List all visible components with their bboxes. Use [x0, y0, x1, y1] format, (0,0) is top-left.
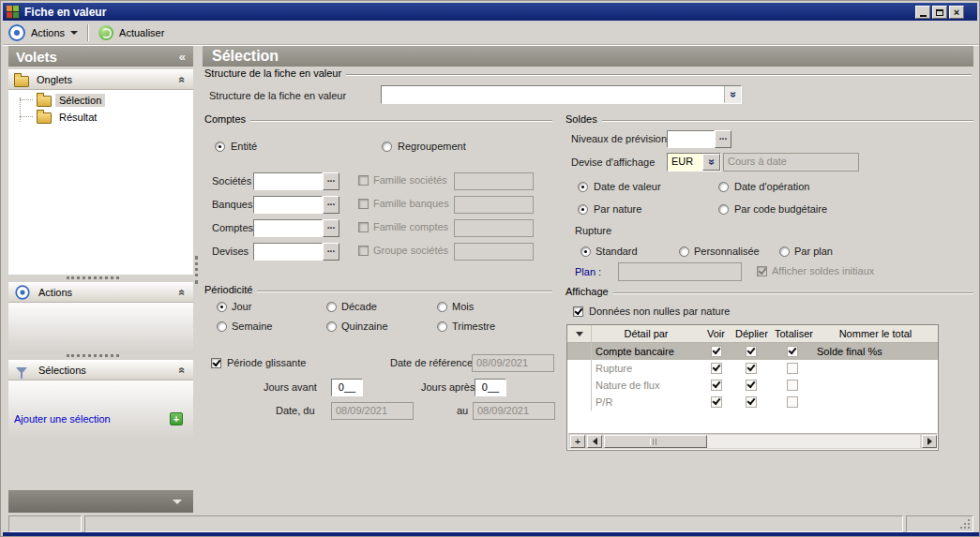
par-code-radio[interactable]: [718, 204, 729, 215]
date-operation-radio[interactable]: [718, 182, 729, 192]
table-row[interactable]: Nature de flux: [567, 377, 938, 394]
check-icon[interactable]: [711, 363, 722, 374]
structure-dropdown-button[interactable]: «: [724, 86, 741, 103]
donnees-non-nulles-checkbox[interactable]: [573, 306, 583, 317]
date-valeur-radio[interactable]: [578, 182, 588, 192]
personnalisee-radio[interactable]: [679, 246, 689, 257]
totaliser-cell[interactable]: [771, 346, 813, 357]
app-icon[interactable]: [7, 6, 20, 19]
voir-cell[interactable]: [701, 380, 731, 391]
row-selector[interactable]: [567, 394, 592, 410]
devise-dropdown-button[interactable]: «: [702, 154, 720, 171]
jour-radio[interactable]: [217, 302, 227, 312]
col-voir[interactable]: Voir: [701, 328, 731, 339]
deplier-cell[interactable]: [731, 363, 771, 374]
check-icon[interactable]: [746, 380, 757, 391]
comptes-browse-button[interactable]: ...: [323, 219, 339, 237]
groupe-societes-checkbox[interactable]: [358, 246, 369, 256]
row-selector-header[interactable]: [567, 325, 592, 342]
sidebar-collapsed-bar[interactable]: [8, 490, 193, 513]
totaliser-cell[interactable]: [771, 380, 813, 391]
add-selection-link[interactable]: Ajouter une sélection: [14, 413, 111, 425]
decade-radio[interactable]: [326, 302, 337, 312]
tree-item-label[interactable]: Résultat: [55, 111, 100, 124]
periode-glissante-checkbox[interactable]: [211, 358, 221, 368]
col-totaliser[interactable]: Totaliser: [771, 328, 813, 339]
jours-avant-input[interactable]: 0__: [331, 379, 363, 396]
famille-societes-checkbox[interactable]: [358, 175, 369, 186]
sidebar-splitter[interactable]: [67, 276, 119, 279]
col-nommer-le-total[interactable]: Nommer le total: [813, 328, 938, 339]
row-selector[interactable]: [567, 343, 592, 360]
table-row[interactable]: P/R: [567, 394, 938, 410]
col-detail-par[interactable]: Détail par: [592, 328, 701, 339]
actions-menu-button[interactable]: Actions: [3, 22, 83, 43]
devises-browse-button[interactable]: ...: [323, 243, 339, 261]
banques-input[interactable]: [253, 196, 323, 214]
standard-radio[interactable]: [580, 246, 591, 257]
sidebar-section-selections[interactable]: Sélections «: [8, 360, 193, 380]
sidebar-splitter[interactable]: [67, 354, 119, 357]
refresh-button[interactable]: Actualiser: [93, 23, 170, 42]
check-icon[interactable]: [746, 363, 757, 374]
tree-item-label[interactable]: Sélection: [55, 94, 105, 107]
maximize-button[interactable]: [932, 6, 947, 19]
total-cell[interactable]: Solde final %s: [813, 346, 938, 357]
title-bar[interactable]: Fiche en valeur ×: [3, 3, 977, 21]
par-plan-radio[interactable]: [779, 246, 790, 257]
niveaux-prevision-input[interactable]: [667, 130, 715, 148]
societes-browse-button[interactable]: ...: [323, 172, 339, 190]
panel-splitter[interactable]: [195, 256, 198, 284]
voir-cell[interactable]: [701, 346, 731, 357]
deplier-cell[interactable]: [731, 396, 771, 408]
sidebar-section-actions[interactable]: Actions «: [8, 282, 193, 303]
tree-item-selection[interactable]: Sélection: [20, 93, 105, 107]
regroupement-radio[interactable]: [382, 142, 392, 152]
comptes-input[interactable]: [253, 219, 323, 237]
semaine-radio[interactable]: [217, 321, 227, 332]
totaliser-cell[interactable]: [771, 363, 813, 374]
scroll-left-button[interactable]: [587, 435, 602, 448]
deplier-cell[interactable]: [731, 380, 771, 391]
societes-input[interactable]: [253, 172, 323, 190]
check-icon[interactable]: [787, 346, 798, 357]
voir-cell[interactable]: [701, 396, 731, 408]
add-row-button[interactable]: +: [570, 435, 585, 448]
banques-browse-button[interactable]: ...: [323, 196, 339, 214]
collapse-up-icon[interactable]: «: [176, 77, 189, 83]
check-icon[interactable]: [711, 396, 722, 408]
col-deplier[interactable]: Déplier: [731, 328, 771, 339]
check-icon[interactable]: [746, 396, 757, 408]
collapse-up-icon[interactable]: «: [176, 290, 189, 296]
voir-cell[interactable]: [701, 363, 731, 374]
famille-comptes-checkbox[interactable]: [358, 222, 369, 232]
quinzaine-radio[interactable]: [326, 321, 337, 332]
scrollbar-thumb[interactable]: [604, 435, 707, 448]
row-selector[interactable]: [567, 360, 592, 377]
mois-radio[interactable]: [437, 302, 447, 312]
checkbox-empty[interactable]: [787, 363, 798, 374]
horizontal-scrollbar[interactable]: [604, 435, 920, 448]
check-icon[interactable]: [746, 346, 757, 357]
niveaux-browse-button[interactable]: ...: [715, 130, 731, 148]
resize-grip[interactable]: [960, 519, 970, 529]
check-icon[interactable]: [711, 346, 722, 357]
deplier-cell[interactable]: [731, 346, 771, 357]
table-row[interactable]: Rupture: [567, 360, 938, 377]
totaliser-cell[interactable]: [771, 396, 813, 408]
collapse-up-icon[interactable]: «: [176, 367, 189, 374]
minimize-button[interactable]: [915, 6, 930, 19]
collapse-sidebar-icon[interactable]: «: [179, 50, 186, 64]
tree-item-resultat[interactable]: Résultat: [20, 110, 100, 124]
sidebar-section-onglets[interactable]: Onglets «: [8, 69, 193, 90]
check-icon[interactable]: [711, 380, 722, 391]
trimestre-radio[interactable]: [437, 321, 447, 332]
devise-combobox[interactable]: EUR «: [667, 153, 721, 172]
checkbox-empty[interactable]: [787, 380, 798, 391]
afficher-soldes-checkbox[interactable]: [757, 266, 767, 276]
add-selection-button[interactable]: +: [170, 412, 183, 425]
jours-apres-input[interactable]: 0__: [475, 379, 506, 396]
structure-combobox[interactable]: «: [381, 85, 742, 104]
devises-input[interactable]: [253, 243, 323, 261]
row-selector[interactable]: [567, 377, 592, 394]
